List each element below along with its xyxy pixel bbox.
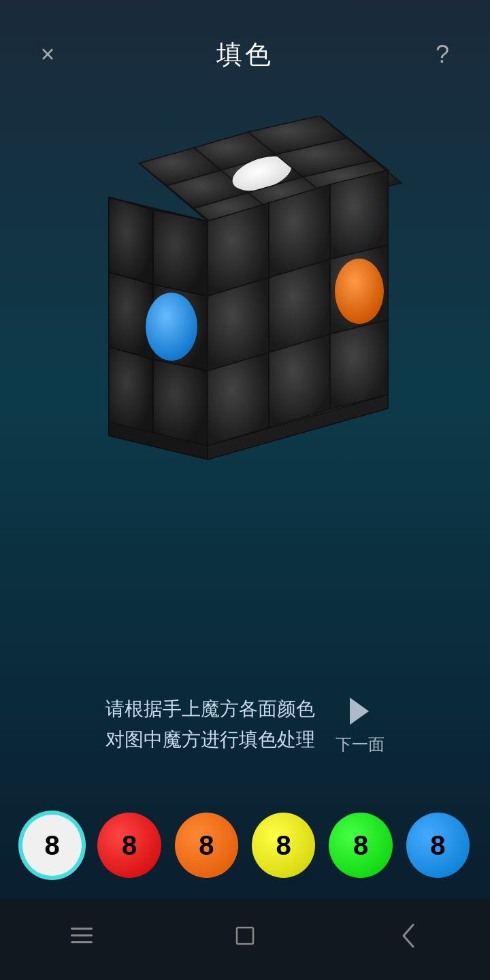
svg-marker-24 (330, 170, 388, 259)
svg-marker-31 (330, 320, 388, 409)
home-icon[interactable] (218, 915, 272, 956)
instruction-text: 请根据手上魔方各面颜色对图中魔方进行填色处理 (105, 694, 315, 755)
svg-rect-37 (71, 941, 93, 943)
nav-bar (0, 898, 490, 980)
color-ball-white[interactable]: 8 (20, 813, 84, 878)
rubik-cube[interactable] (54, 116, 436, 510)
header: × 填色 ? (0, 0, 490, 88)
close-button[interactable]: × (27, 34, 68, 75)
menu-icon[interactable] (54, 915, 109, 956)
instruction-area: 请根据手上魔方各面颜色对图中魔方进行填色处理 下一面 (0, 694, 490, 755)
svg-rect-0 (54, 116, 122, 184)
svg-marker-16 (109, 272, 153, 359)
color-picker: 8 8 8 8 8 8 (0, 813, 490, 878)
next-label: 下一面 (336, 734, 385, 755)
help-button[interactable]: ? (422, 34, 463, 75)
next-button[interactable]: 下一面 (336, 694, 385, 755)
color-ball-blue[interactable]: 8 (406, 813, 470, 878)
color-ball-red[interactable]: 8 (97, 813, 161, 878)
svg-rect-35 (71, 928, 93, 930)
back-icon[interactable] (381, 915, 436, 956)
page-title: 填色 (216, 37, 274, 72)
svg-marker-15 (153, 210, 208, 296)
svg-rect-36 (71, 934, 93, 936)
svg-point-28 (335, 259, 384, 324)
color-ball-yellow[interactable]: 8 (252, 813, 315, 878)
svg-point-18 (146, 293, 197, 361)
svg-marker-20 (153, 359, 208, 446)
color-ball-orange[interactable]: 8 (175, 813, 238, 878)
svg-marker-19 (109, 347, 153, 434)
svg-marker-34 (350, 698, 369, 725)
next-arrow-icon (343, 694, 377, 728)
svg-rect-38 (237, 928, 253, 944)
color-ball-green[interactable]: 8 (329, 813, 392, 878)
cube-container (48, 102, 442, 524)
svg-marker-14 (109, 197, 153, 284)
